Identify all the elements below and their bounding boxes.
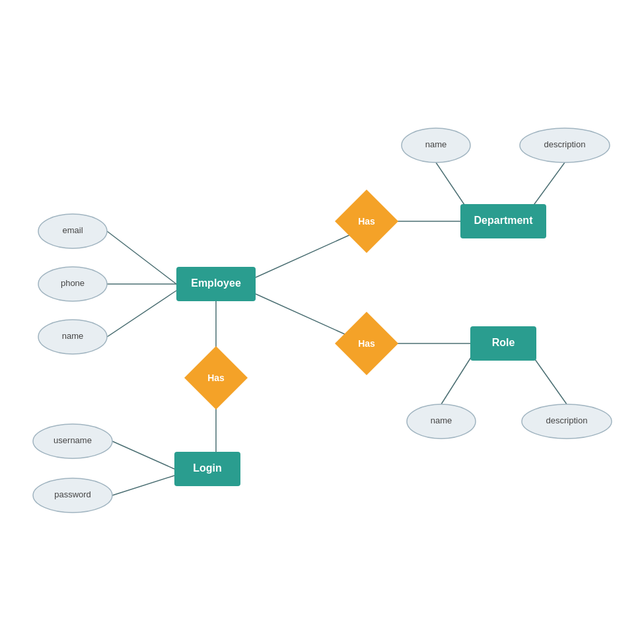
conn-emp-hasdept — [256, 234, 351, 277]
attr-dept-name-label: name — [425, 139, 447, 149]
entity-login-label: Login — [193, 462, 222, 474]
attr-phone-label: phone — [61, 278, 85, 288]
relation-has-login-label: Has — [207, 373, 225, 383]
conn-emp-name — [107, 291, 176, 337]
attr-dept-desc-label: description — [544, 139, 586, 149]
attr-password-label: password — [54, 489, 91, 499]
conn-login-pass — [112, 476, 174, 495]
relation-has-dept-label: Has — [358, 216, 375, 227]
entity-role-label: Role — [492, 337, 515, 348]
attr-email-label: email — [62, 225, 83, 235]
attr-emp-name-label: name — [62, 331, 84, 341]
conn-login-user — [112, 441, 174, 469]
relation-has-role-label: Has — [358, 338, 375, 349]
entity-employee-label: Employee — [191, 277, 241, 289]
entity-department-label: Department — [474, 215, 534, 226]
attr-role-desc-label: description — [546, 415, 588, 425]
attr-username-label: username — [54, 435, 92, 445]
conn-emp-email — [107, 231, 176, 284]
er-diagram: email phone name name description name d… — [0, 0, 644, 644]
conn-emp-hasrole — [256, 294, 351, 337]
attr-role-name-label: name — [431, 415, 452, 425]
